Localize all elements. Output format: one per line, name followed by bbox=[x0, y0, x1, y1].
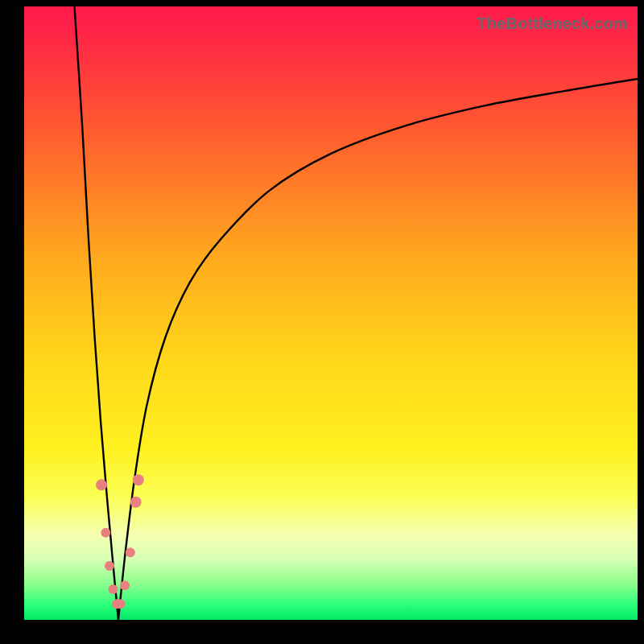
plot-area: TheBottleneck.com bbox=[24, 6, 638, 620]
highlight-dot bbox=[120, 580, 130, 590]
highlight-dot bbox=[126, 547, 135, 557]
highlight-dot bbox=[133, 474, 144, 485]
highlight-dot bbox=[116, 599, 126, 609]
highlight-dot bbox=[105, 561, 114, 571]
highlight-dot bbox=[96, 479, 107, 490]
highlight-dot bbox=[108, 584, 118, 594]
highlight-dot bbox=[130, 497, 142, 508]
highlight-dots bbox=[24, 6, 638, 620]
highlight-dot bbox=[101, 528, 110, 538]
watermark-text: TheBottleneck.com bbox=[477, 14, 628, 33]
chart-frame: TheBottleneck.com bbox=[0, 0, 644, 644]
